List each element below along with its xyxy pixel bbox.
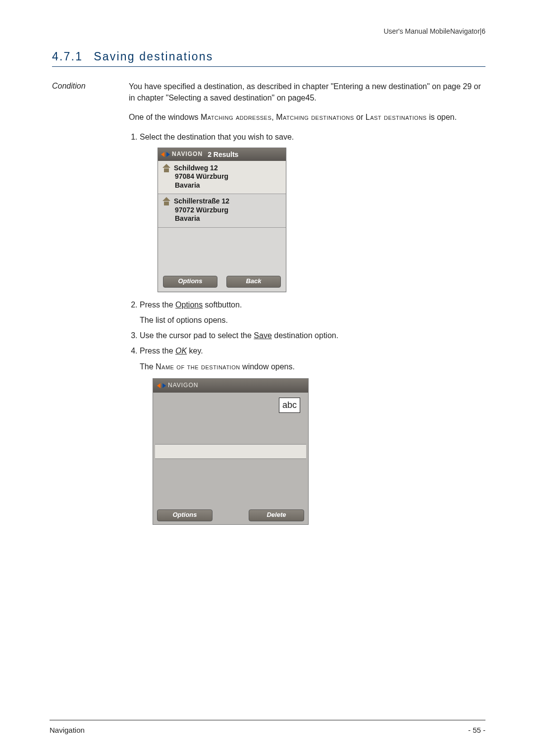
intro-paragraph-1: You have specified a destination, as des… bbox=[129, 81, 485, 103]
result-item-2[interactable]: Schillerstraße 12 97072 Würzburg Bavaria bbox=[158, 194, 286, 228]
logo-arrows-icon bbox=[157, 382, 166, 389]
navigon-logo: NAVIGON bbox=[157, 381, 198, 390]
softbutton-back[interactable]: Back bbox=[226, 276, 281, 288]
step-1: Select the destination that you wish to … bbox=[140, 131, 485, 292]
header-right: User's Manual MobileNavigator|6 bbox=[52, 27, 485, 35]
logo-arrows-icon bbox=[161, 151, 170, 158]
navigon-logo: NAVIGON bbox=[161, 150, 203, 158]
section-number: 4.7.1 bbox=[52, 50, 83, 63]
name-input-field[interactable] bbox=[155, 444, 306, 459]
step-2: Press the Options softbutton. The list o… bbox=[140, 299, 485, 326]
footer-rule bbox=[50, 720, 485, 720]
softbutton-options[interactable]: Options bbox=[163, 276, 217, 288]
page-footer: Navigation - 55 - bbox=[50, 726, 485, 734]
manual-page: User's Manual MobileNavigator|6 4.7.1Sav… bbox=[0, 0, 535, 756]
steps-list: Select the destination that you wish to … bbox=[129, 131, 485, 525]
intro-paragraph-2: One of the windows Matching addresses, M… bbox=[129, 111, 485, 123]
main-column: You have specified a destination, as des… bbox=[129, 81, 485, 532]
softbutton-options[interactable]: Options bbox=[157, 509, 213, 521]
content-row: Condition You have specified a destinati… bbox=[52, 81, 485, 532]
device2-softbuttons: Options Delete bbox=[153, 507, 308, 524]
step-3: Use the cursor pad to select the Save de… bbox=[140, 330, 485, 341]
results-count: 2 Results bbox=[208, 150, 238, 159]
device-titlebar: NAVIGON 2 Results bbox=[158, 148, 286, 161]
step-4: Press the OK key. The Name of the destin… bbox=[140, 345, 485, 524]
footer-right: - 55 - bbox=[468, 726, 485, 734]
device2-titlebar: NAVIGON bbox=[153, 379, 308, 393]
device-blank-area bbox=[158, 228, 286, 273]
device2-top-area: abc bbox=[153, 393, 308, 422]
footer-left: Navigation bbox=[50, 726, 85, 734]
result-item-1[interactable]: Schildweg 12 97084 Würzburg Bavaria bbox=[158, 161, 286, 195]
softbutton-delete[interactable]: Delete bbox=[249, 509, 304, 521]
device-screenshot-name-entry: NAVIGON abc Options Delete bbox=[153, 378, 309, 525]
side-label: Condition bbox=[52, 81, 129, 91]
device-screenshot-results: NAVIGON 2 Results Schildweg 12 97084 Wür… bbox=[158, 148, 286, 292]
section-title: Saving destinations bbox=[94, 50, 213, 63]
section-heading: 4.7.1Saving destinations bbox=[52, 50, 485, 67]
input-mode-indicator[interactable]: abc bbox=[279, 398, 300, 413]
device-softbuttons: Options Back bbox=[158, 273, 286, 292]
house-icon bbox=[162, 198, 171, 205]
house-icon bbox=[162, 164, 171, 172]
